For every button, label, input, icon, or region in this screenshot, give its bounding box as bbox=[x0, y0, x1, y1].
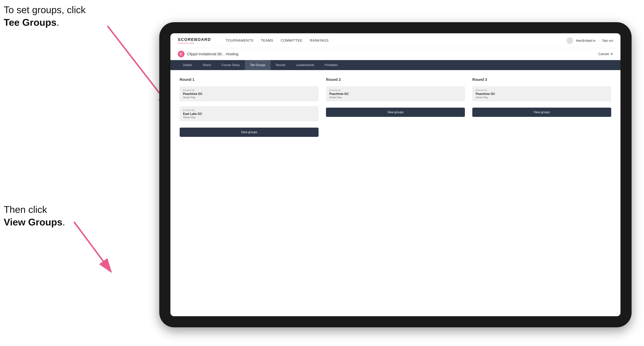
round-1-course-b-label: [Course B] bbox=[183, 109, 315, 112]
tournament-name: Clippd Invitational (M... Hosting bbox=[187, 52, 238, 56]
round-2-title: Round 2 bbox=[326, 77, 465, 82]
round-2-course-a-name: Peachtree GC bbox=[329, 92, 462, 96]
round-1-course-b-card: [Course B] East Lake GC Stroke Play bbox=[180, 106, 318, 121]
tab-tee-groups[interactable]: Tee Groups bbox=[245, 60, 270, 70]
round-3-course-a-name: Peachtree GC bbox=[476, 92, 608, 96]
avatar bbox=[566, 37, 573, 44]
round-3-column: Round 3 [Course A] Peachtree GC Stroke P… bbox=[472, 77, 611, 137]
cancel-x-icon: ✕ bbox=[610, 52, 613, 56]
round-1-view-groups-button[interactable]: View groups bbox=[180, 128, 318, 137]
logo-area: SCOREBOARD Powered by clippt bbox=[178, 37, 211, 44]
nav-tournaments[interactable]: TOURNAMENTS bbox=[226, 39, 254, 42]
nav-rankings[interactable]: RANKINGS bbox=[310, 39, 329, 42]
nav-divider: | bbox=[598, 39, 599, 42]
round-1-course-a-card: [Course A] Peachtree GC Stroke Play bbox=[180, 86, 318, 101]
round-3-title: Round 3 bbox=[472, 77, 611, 82]
nav-committee[interactable]: COMMITTEE bbox=[281, 39, 302, 42]
tab-printables[interactable]: Printables bbox=[320, 60, 343, 70]
round-2-view-groups-button[interactable]: View groups bbox=[326, 108, 465, 117]
main-content: Round 1 [Course A] Peachtree GC Stroke P… bbox=[170, 70, 620, 316]
tab-course-setup[interactable]: Course Setup bbox=[216, 60, 245, 70]
round-2-course-a-format: Stroke Play bbox=[329, 96, 462, 99]
annotation-bottom: Then click View Groups. bbox=[4, 203, 65, 228]
nav-bar: SCOREBOARD Powered by clippt TOURNAMENTS… bbox=[170, 33, 620, 48]
sign-out-link[interactable]: Sign out bbox=[602, 39, 613, 42]
cancel-button[interactable]: Cancel ✕ bbox=[598, 52, 613, 56]
logo-sub: Powered by clippt bbox=[178, 42, 211, 44]
tab-leaderboards[interactable]: Leaderboards bbox=[291, 60, 320, 70]
round-3-course-a-card: [Course A] Peachtree GC Stroke Play bbox=[472, 86, 611, 101]
round-3-course-a-format: Stroke Play bbox=[476, 96, 608, 99]
round-2-course-a-card: [Course A] Peachtree GC Stroke Play bbox=[326, 86, 465, 101]
annotation-top: To set groups, click Tee Groups. bbox=[4, 4, 86, 29]
tablet-screen: SCOREBOARD Powered by clippt TOURNAMENTS… bbox=[170, 33, 620, 316]
nav-teams[interactable]: TEAMS bbox=[261, 39, 274, 42]
tournament-icon: C bbox=[178, 51, 184, 57]
round-1-column: Round 1 [Course A] Peachtree GC Stroke P… bbox=[180, 77, 318, 137]
nav-items: TOURNAMENTS TEAMS COMMITTEE RANKINGS bbox=[226, 39, 555, 42]
tournament-name-area: C Clippd Invitational (M... Hosting bbox=[178, 51, 238, 57]
tab-results[interactable]: Results bbox=[270, 60, 291, 70]
svg-line-3 bbox=[74, 222, 111, 272]
round-1-title: Round 1 bbox=[180, 77, 318, 82]
round-2-course-a-label: [Course A] bbox=[329, 89, 462, 92]
round-1-course-b-format: Stroke Play bbox=[183, 116, 315, 119]
round-3-course-a-label: [Course A] bbox=[476, 89, 608, 92]
round-1-course-a-name: Peachtree GC bbox=[183, 92, 315, 96]
rounds-container: Round 1 [Course A] Peachtree GC Stroke P… bbox=[180, 77, 611, 137]
round-1-course-a-format: Stroke Play bbox=[183, 96, 315, 99]
tab-bar: Details Teams Course Setup Tee Groups Re… bbox=[170, 60, 620, 70]
round-1-course-b-name: East Lake GC bbox=[183, 112, 315, 116]
user-email: blair@clippd.io bbox=[576, 39, 596, 42]
tab-details[interactable]: Details bbox=[178, 60, 197, 70]
tab-teams[interactable]: Teams bbox=[197, 60, 216, 70]
tournament-bar: C Clippd Invitational (M... Hosting Canc… bbox=[170, 48, 620, 60]
logo-text: SCOREBOARD bbox=[178, 37, 211, 42]
tablet-frame: SCOREBOARD Powered by clippt TOURNAMENTS… bbox=[159, 22, 632, 327]
round-1-course-a-label: [Course A] bbox=[183, 89, 315, 92]
nav-right: blair@clippd.io | Sign out bbox=[566, 37, 613, 44]
round-2-column: Round 2 [Course A] Peachtree GC Stroke P… bbox=[326, 77, 465, 137]
round-3-view-groups-button[interactable]: View groups bbox=[472, 108, 611, 117]
